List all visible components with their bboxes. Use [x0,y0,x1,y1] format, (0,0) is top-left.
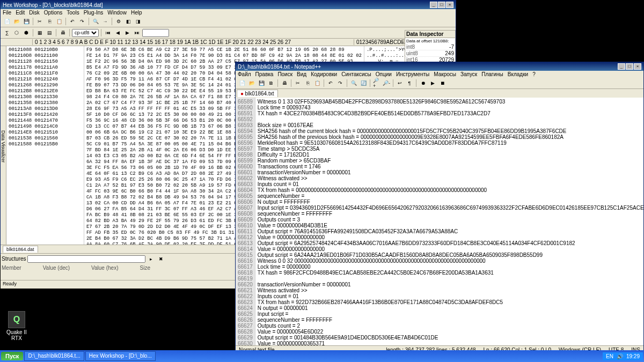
npp-title: D:\_hash\blk01864.txt - Notepad++ [238,64,321,70]
npp-open-icon[interactable]: 📂 [247,79,256,87]
tool3-icon[interactable]: ◨ [134,17,142,26]
menu-disk[interactable]: Disk [29,10,39,16]
menu-item[interactable]: ? [532,71,536,77]
menu-item[interactable]: Файл [238,71,251,77]
menu-item[interactable]: Кодировки [311,71,337,77]
prev-icon[interactable]: ◀ [113,28,122,37]
menu-item[interactable]: Вкладки [508,71,528,77]
npp-saveall-icon[interactable]: 🗎 [267,79,275,87]
struct-add-icon[interactable]: ▸ [147,255,156,263]
npp-editor[interactable]: 66589 66590 66591 66592 66593 66594 6659… [236,98,643,345]
undo-icon[interactable]: ↶ [68,17,77,26]
menu-options[interactable]: Options [44,10,62,16]
menu-edit[interactable]: Edit [16,10,25,16]
desktop-icon-quake[interactable]: Quake II RTX [3,311,30,341]
calc-icon[interactable]: ∑ [3,28,11,37]
structures-input[interactable] [27,255,145,263]
npp-chars-icon[interactable]: ¶ [405,79,414,87]
npp-stop-icon[interactable]: ⏹ [438,79,447,87]
menu-plug-ins[interactable]: Plug-Ins [84,10,104,16]
close-button[interactable]: × [446,2,453,8]
npp-redo-icon[interactable]: ↷ [336,79,345,87]
npp-minimize[interactable]: _ [618,63,625,70]
taskbar: Пуск D:\_hash\blk01864.t...Hex Workshop … [0,350,644,362]
struct-del-icon[interactable]: ✖ [157,255,165,263]
hexws-title: Hex Workshop - [D:\_blocks\blk01864.dat] [3,2,103,8]
taskbar-task[interactable]: Hex Workshop - [D:\_blo... [85,351,156,361]
b4-icon[interactable]: ▦ [35,28,44,37]
npp-zoom-out-icon[interactable]: 🔎- [382,79,391,87]
redo-icon[interactable]: ↷ [78,17,86,26]
npp-undo-icon[interactable]: ↶ [326,79,335,87]
menu-item[interactable]: Плагины [481,71,503,77]
menu-item[interactable]: Запуск [460,71,477,77]
npp-replace-icon[interactable]: 🔄 [359,79,368,87]
hexws-menubar[interactable]: FileEditDiskOptionsToolsPlug-InsWindowHe… [1,9,456,16]
print-icon[interactable]: 🖶 [58,28,67,37]
npp-play-icon[interactable]: ▶ [428,79,437,87]
code-area[interactable]: Witness 0 1 33 02FF529693AB45BD4E2FFCB28… [255,98,643,345]
cut-icon[interactable]: ✂ [35,17,44,26]
paste-icon[interactable]: 📋 [55,17,63,26]
goto-icon[interactable]: → [101,17,109,26]
save-icon[interactable]: 💾 [22,17,31,26]
npp-file-tab[interactable]: ● blk01864.txt [237,90,278,97]
hexws-toolbar2: ∑ ⬡ ⬢ ▦ ▤ 🖶 cp-utf8 ⏮ ◀ ▶ ⏭ [1,27,456,39]
menu-file[interactable]: File [3,10,11,16]
npp-rec-icon[interactable]: ⏺ [419,79,427,87]
maximize-button[interactable]: □ [438,2,445,8]
npp-paste-icon[interactable]: 📋 [313,79,321,87]
npp-zoom-in-icon[interactable]: 🔎+ [372,79,381,87]
open-icon[interactable]: 📂 [12,17,21,26]
new-icon[interactable]: 📄 [3,17,11,26]
npp-copy-icon[interactable]: ⎘ [303,79,312,87]
menu-window[interactable]: Window [107,10,127,16]
minimize-button[interactable]: _ [430,2,437,8]
npp-new-icon[interactable]: 📄 [238,79,246,87]
data-visualizer-tab[interactable]: Data Visualizer [1,46,6,245]
menu-item[interactable]: Опции [376,71,392,77]
line-gutter: 66589 66590 66591 66592 66593 66594 6659… [236,98,255,345]
menu-item[interactable]: Вид [297,71,306,77]
npp-close[interactable]: × [634,63,641,70]
game-icon [8,311,25,328]
tray-clock[interactable]: 19:29 [626,353,640,359]
copy-icon[interactable]: ⎘ [45,17,54,26]
npp-menubar[interactable]: ФайлПравкаПоискВидКодировкиСинтаксисыОпц… [236,71,643,78]
next-icon[interactable]: ▶ [123,28,131,37]
system-tray[interactable]: EN 🔊 19:29 [603,352,643,360]
npp-cut-icon[interactable]: ✂ [294,79,302,87]
first-icon[interactable]: ⏮ [104,28,112,37]
tool-icon[interactable]: ⚙ [114,17,123,26]
menu-item[interactable]: Поиск [277,71,292,77]
npp-toolbar: 📄 📂 💾 🗎 🖶 ✂ ⎘ 📋 ↶ ↷ 🔍 🔄 🔎+ 🔎- ↩ ¶ ⏺ ▶ ⏹ [236,78,643,89]
hex-header: 0 1 2 3 4 5 6 7 8 9 A B C D E F 10 11 12… [1,39,456,46]
last-icon[interactable]: ⏭ [133,28,141,37]
menu-tools[interactable]: Tools [67,10,79,16]
menu-item[interactable]: Синтаксисы [341,71,371,77]
goto-field[interactable] [142,29,169,37]
b5-icon[interactable]: ▤ [45,28,54,37]
tray-lang[interactable]: EN [606,353,613,359]
npp-save-icon[interactable]: 💾 [257,79,266,87]
menu-item[interactable]: Инструменты [396,71,429,77]
b3-icon[interactable]: ⬢ [22,28,31,37]
hexws-file-tab[interactable]: blk01864.dat [3,246,38,253]
menu-help[interactable]: Help [131,10,142,16]
encoding-combo[interactable]: cp-utf8 [72,29,99,37]
b2-icon[interactable]: ⬡ [12,28,21,37]
npp-maximize[interactable]: □ [626,63,633,70]
hex-offsets: 00121088 001210B0 001210D8 00121100 0012… [6,46,84,245]
npp-wrap-icon[interactable]: ↩ [396,79,404,87]
start-button[interactable]: Пуск [1,352,23,360]
menu-item[interactable]: Правка [255,71,274,77]
tool2-icon[interactable]: ◧ [124,17,133,26]
npp-print-icon[interactable]: 🖶 [280,79,289,87]
npp-find-icon[interactable]: 🔍 [349,79,358,87]
hexws-toolbar: 📄 📂 💾 ✂ ⎘ 📋 ↶ ↷ 🔍 → ⚙ ◧ ◨ [1,16,456,27]
menu-item[interactable]: Макросы [434,71,456,77]
taskbar-task[interactable]: D:\_hash\blk01864.t... [24,351,84,361]
find-icon[interactable]: 🔍 [91,17,100,26]
tray-vol-icon[interactable]: 🔊 [617,353,623,359]
